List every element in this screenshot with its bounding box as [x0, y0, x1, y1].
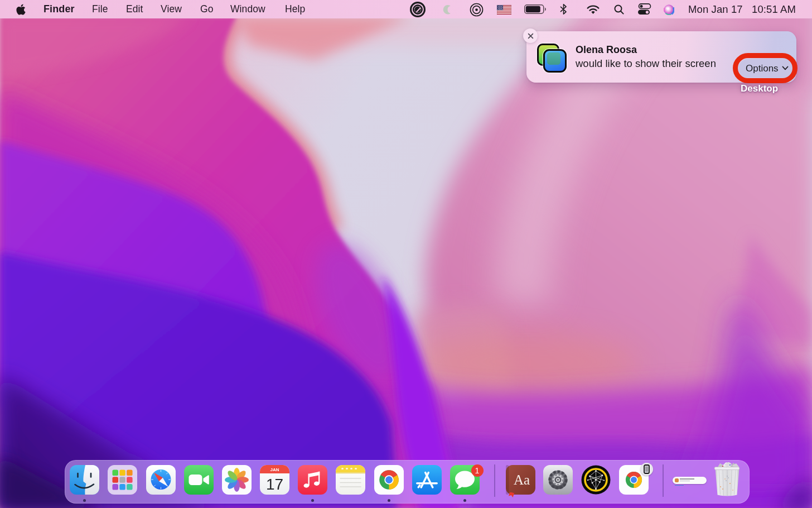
svg-text:JAN: JAN: [270, 467, 279, 472]
svg-text:17: 17: [265, 476, 283, 493]
svg-text:Aa: Aa: [513, 472, 529, 487]
